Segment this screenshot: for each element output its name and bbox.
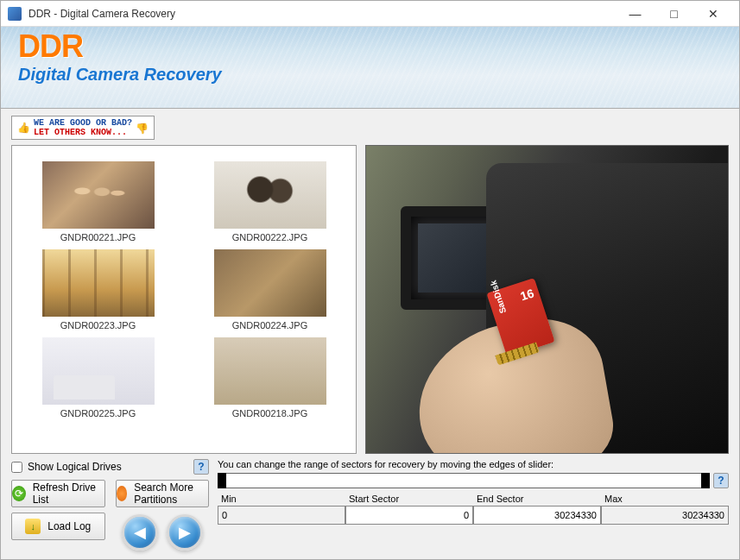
thumbnail-caption: GNDR00223.JPG xyxy=(60,320,136,330)
thumbnail-image xyxy=(42,161,155,229)
thumbnail-caption: GNDR00225.JPG xyxy=(60,408,136,418)
thumbnail-image xyxy=(42,337,155,405)
left-controls: Show Logical Drives ? ⟳ Refresh Drive Li… xyxy=(11,459,209,551)
content-area: 👍 WE ARE GOOD OR BAD? LET OTHERS KNOW...… xyxy=(1,109,739,559)
help-icon[interactable]: ? xyxy=(193,459,209,475)
slider-handle-left[interactable] xyxy=(218,473,226,488)
end-sector-label: End Sector xyxy=(473,492,601,506)
thumbnail-caption: GNDR00222.JPG xyxy=(232,232,307,242)
slider-handle-right[interactable] xyxy=(701,473,710,488)
next-button[interactable]: ▶ xyxy=(167,514,203,551)
header-banner: DDR Digital Camera Recovery xyxy=(1,27,739,109)
maximize-button[interactable]: □ xyxy=(655,2,693,26)
thumbs-up-icon: 👍 xyxy=(17,122,30,135)
help-icon[interactable]: ? xyxy=(713,473,729,488)
thumbnails-panel: GNDR00221.JPG GNDR00222.JPG GNDR00223.JP… xyxy=(11,145,357,454)
refresh-drive-list-button[interactable]: ⟳ Refresh Drive List xyxy=(11,480,105,507)
logo-text: DDR xyxy=(18,28,739,65)
minimize-button[interactable]: — xyxy=(616,2,655,26)
thumbnail-item[interactable]: GNDR00224.JPG xyxy=(193,249,347,330)
show-logical-drives-checkbox[interactable] xyxy=(11,462,22,473)
feedback-banner[interactable]: 👍 WE ARE GOOD OR BAD? LET OTHERS KNOW...… xyxy=(11,116,155,140)
show-logical-drives-label: Show Logical Drives xyxy=(28,461,122,473)
titlebar: DDR - Digital Camera Recovery — □ ✕ xyxy=(1,1,739,27)
thumbnail-caption: GNDR00224.JPG xyxy=(232,320,307,330)
load-log-button[interactable]: Load Log xyxy=(11,513,105,540)
min-value xyxy=(218,506,345,525)
main-row: GNDR00221.JPG GNDR00222.JPG GNDR00223.JP… xyxy=(11,145,729,454)
button-label: Search More Partitions xyxy=(134,481,208,506)
feedback-line2: LET OTHERS KNOW... xyxy=(34,128,127,137)
thumbnail-item[interactable]: GNDR00225.JPG xyxy=(21,337,175,418)
thumbnail-item[interactable]: GNDR00218.JPG xyxy=(193,337,347,418)
thumbs-down-icon: 👍 xyxy=(136,122,149,135)
max-label: Max xyxy=(601,492,729,506)
thumbnail-grid: GNDR00221.JPG GNDR00222.JPG GNDR00223.JP… xyxy=(21,161,347,418)
preview-image xyxy=(366,146,728,453)
start-sector-label: Start Sector xyxy=(345,492,473,506)
checkbox-row: Show Logical Drives ? xyxy=(11,459,209,475)
prev-button[interactable]: ◀ xyxy=(122,514,158,551)
thumbnail-item[interactable]: GNDR00222.JPG xyxy=(193,161,347,242)
search-more-partitions-button[interactable]: Search More Partitions xyxy=(116,480,210,507)
thumbnail-item[interactable]: GNDR00221.JPG xyxy=(21,161,175,242)
button-label: Load Log xyxy=(47,520,91,532)
bottom-row: Show Logical Drives ? ⟳ Refresh Drive Li… xyxy=(11,459,729,551)
thumbnail-item[interactable]: GNDR00223.JPG xyxy=(21,249,175,330)
close-button[interactable]: ✕ xyxy=(693,2,732,26)
chevron-right-icon: ▶ xyxy=(179,523,191,542)
start-sector-input[interactable] xyxy=(345,506,473,525)
max-value xyxy=(601,506,729,525)
thumbnail-caption: GNDR00221.JPG xyxy=(60,232,136,242)
app-window: DDR - Digital Camera Recovery — □ ✕ DDR … xyxy=(0,0,740,560)
thumbnail-caption: GNDR00218.JPG xyxy=(232,408,307,418)
sector-controls: You can change the range of sectors for … xyxy=(218,459,729,551)
preview-panel xyxy=(365,145,729,454)
min-label: Min xyxy=(218,492,345,506)
sector-hint: You can change the range of sectors for … xyxy=(218,459,729,469)
thumbnail-image xyxy=(214,249,326,317)
search-icon xyxy=(117,486,128,501)
feedback-line1: WE ARE GOOD OR BAD? xyxy=(34,118,132,128)
end-sector-input[interactable] xyxy=(473,506,601,525)
sector-slider[interactable] xyxy=(218,473,710,488)
refresh-icon: ⟳ xyxy=(12,486,26,501)
chevron-left-icon: ◀ xyxy=(134,523,146,542)
app-icon xyxy=(8,7,22,21)
button-label: Refresh Drive List xyxy=(33,481,104,506)
thumbnail-image xyxy=(214,161,326,229)
window-title: DDR - Digital Camera Recovery xyxy=(28,8,616,20)
thumbnail-image xyxy=(214,337,326,405)
load-icon xyxy=(25,519,41,534)
app-subtitle: Digital Camera Recovery xyxy=(18,65,739,85)
thumbnail-image xyxy=(42,249,155,317)
